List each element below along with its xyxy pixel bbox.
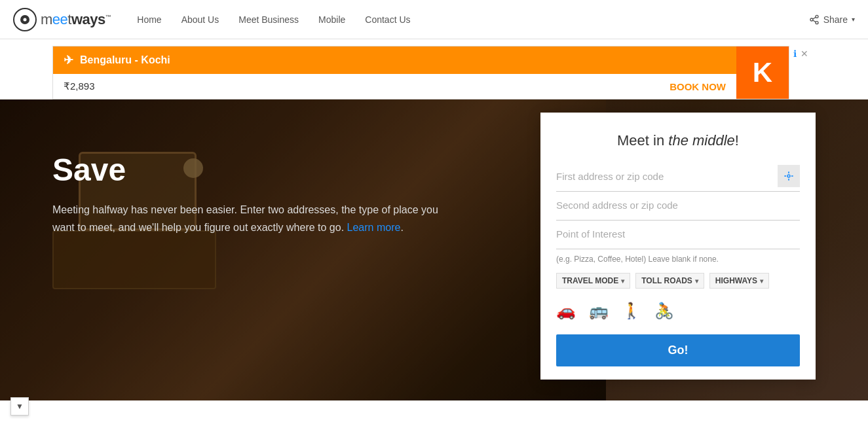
address2-input[interactable]: [556, 194, 800, 216]
address1-row: [556, 165, 800, 192]
nav-contact[interactable]: Contact Us: [365, 14, 410, 25]
nav-home[interactable]: Home: [137, 14, 161, 25]
go-button[interactable]: Go!: [556, 334, 800, 366]
highways-label: HIGHWAYS: [715, 276, 757, 285]
svg-line-4: [812, 17, 816, 19]
share-label: Share: [823, 14, 848, 25]
logo-icon-inner: [20, 15, 29, 24]
highways-chevron: ▾: [760, 277, 763, 285]
poi-hint: (e.g. Pizza, Coffee, Hotel) Leave blank …: [556, 255, 800, 264]
poi-row: [556, 223, 800, 249]
hero-section: Save Meeting halfway has never been easi…: [0, 99, 868, 400]
svg-point-5: [787, 175, 790, 177]
svg-point-1: [810, 18, 813, 21]
svg-line-3: [812, 20, 816, 22]
share-button[interactable]: Share ▾: [809, 14, 855, 25]
ad-info-icon[interactable]: ℹ: [793, 48, 797, 59]
ad-content: ✈ Bengaluru - Kochi ₹2,893 BOOK NOW: [53, 46, 736, 99]
nav-business[interactable]: Meet Business: [238, 14, 299, 25]
navbar: meetways™ Home About Us Meet Business Mo…: [0, 0, 868, 39]
share-chevron: ▾: [852, 16, 855, 23]
logo[interactable]: meetways™: [13, 8, 111, 31]
address2-row: [556, 194, 800, 221]
toll-roads-label: TOLL ROADS: [641, 276, 692, 285]
bus-icon[interactable]: 🚌: [589, 302, 609, 320]
car-icon[interactable]: 🚗: [556, 302, 576, 320]
address1-input[interactable]: [556, 166, 778, 187]
nav-links: Home About Us Meet Business Mobile Conta…: [137, 14, 808, 25]
svg-point-2: [816, 21, 818, 24]
ad-banner: ✈ Bengaluru - Kochi ₹2,893 BOOK NOW K: [52, 46, 789, 99]
nav-about[interactable]: About Us: [181, 14, 219, 25]
ad-top: ✈ Bengaluru - Kochi: [53, 46, 736, 74]
toll-roads-chevron: ▾: [695, 277, 698, 285]
travel-mode-label: TRAVEL MODE: [562, 276, 618, 285]
book-now-button[interactable]: BOOK NOW: [670, 81, 726, 92]
hero-description: Meeting halfway has never been easier. E…: [52, 201, 445, 236]
bike-icon[interactable]: 🚴: [654, 302, 674, 320]
ad-logo-k: K: [736, 46, 789, 99]
hero-title: Save: [52, 152, 445, 188]
logo-icon: [13, 8, 37, 31]
transport-icons-row: 🚗 🚌 🚶 🚴: [556, 299, 800, 323]
nav-mobile[interactable]: Mobile: [318, 14, 345, 25]
hero-text-block: Save Meeting halfway has never been easi…: [52, 152, 445, 236]
location1-button[interactable]: [778, 165, 800, 187]
ad-controls: ℹ ✕: [789, 46, 812, 62]
svg-point-0: [816, 15, 818, 18]
ad-price: ₹2,893: [64, 80, 95, 92]
ad-route: Bengaluru - Kochi: [80, 54, 170, 66]
form-panel: Meet in the middle! (e.g. Pizza, Coffee,…: [540, 113, 816, 380]
travel-mode-dropdown[interactable]: TRAVEL MODE ▾: [556, 273, 630, 289]
options-row: TRAVEL MODE ▾ TOLL ROADS ▾ HIGHWAYS ▾: [556, 273, 800, 289]
highways-dropdown[interactable]: HIGHWAYS ▾: [709, 273, 769, 289]
scroll-down-button[interactable]: ▼: [10, 397, 29, 400]
plane-icon: ✈: [64, 53, 73, 67]
learn-more-link[interactable]: Learn more: [347, 222, 401, 233]
walk-icon[interactable]: 🚶: [622, 302, 641, 320]
logo-text: meetways™: [41, 11, 111, 28]
travel-mode-chevron: ▾: [621, 277, 624, 285]
form-title: Meet in the middle!: [556, 132, 800, 149]
logo-tm: ™: [105, 13, 111, 20]
toll-roads-dropdown[interactable]: TOLL ROADS ▾: [635, 273, 704, 289]
ad-bottom: ₹2,893 BOOK NOW: [53, 74, 736, 99]
poi-input[interactable]: [556, 223, 800, 245]
ad-close-icon[interactable]: ✕: [801, 48, 808, 59]
